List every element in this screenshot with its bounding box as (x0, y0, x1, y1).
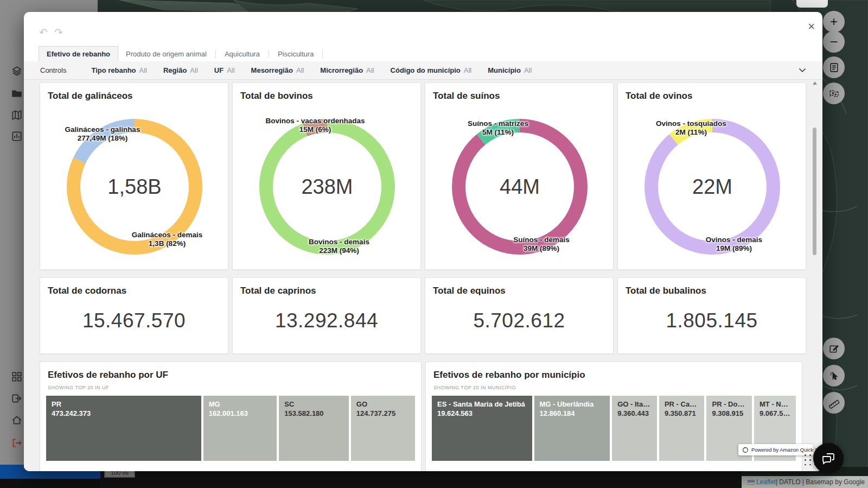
segment-label: Ovinos - tosquiados2M (11%) (631, 119, 751, 137)
bottom-band-left (0, 479, 100, 488)
ukraine-flag-icon (748, 480, 755, 485)
select-button[interactable] (823, 365, 845, 386)
segment-label: Ovinos - demais19M (89%) (685, 236, 783, 253)
donut-total: 238M (259, 119, 395, 255)
screen: + − 100 mi Leaflet | DATLO | Basemap by … (0, 0, 868, 488)
treemap-cell[interactable]: SC153.582.180 (279, 396, 349, 461)
tab-separator (269, 50, 269, 58)
filter-microrregiao[interactable]: MicrorregiãoAll (320, 66, 374, 74)
chart-title: Total de bovinos (233, 83, 420, 102)
attribution-text: | DATLO | Basemap by Google (776, 478, 865, 486)
treemap-title: Efetivos de rebanho por município (426, 362, 802, 381)
kpi-title: Total de codornas (40, 278, 228, 296)
export-icon[interactable] (11, 392, 23, 404)
segment-label: Galináceos - demais1,3B (82%) (118, 231, 216, 248)
treemap-subtitle: SHOWING TOP 20 IN MUNICÍPIO (426, 381, 802, 390)
donut-total: 44M (452, 119, 588, 255)
sidebar (0, 0, 26, 488)
donut-row: Total de galináceos 1,58B Galináceos - g… (40, 83, 807, 270)
kpi-title: Total de bubalinos (618, 278, 806, 296)
kpi-card-bubalinos: Total de bubalinos 1.805.145 (617, 277, 806, 354)
filter-uf[interactable]: UFAll (214, 66, 235, 74)
segment-label: Suínos - matrizes5M (11%) (438, 119, 558, 137)
redo-icon[interactable]: ↷ (54, 27, 63, 37)
kpi-value: 15.467.570 (40, 309, 228, 332)
chat-bubble-icon (821, 451, 836, 466)
chart-card-bovinos: Total de bovinos 238M Bovinos - vacas or… (232, 83, 421, 270)
kpi-card-caprinos: Total de caprinos 13.292.844 (232, 277, 421, 354)
scrollbar-thumb[interactable] (813, 128, 816, 255)
treemap-cells: PR473.242.373MG162.001.163SC153.582.180G… (46, 396, 415, 461)
undo-icon[interactable]: ↶ (39, 27, 48, 37)
kpi-value: 5.702.612 (425, 309, 613, 332)
scrollbar (812, 81, 816, 467)
kpi-row: Total de codornas 15.467.570 Total de ca… (40, 277, 807, 354)
chart-card-galinaceos: Total de galináceos 1,58B Galináceos - g… (40, 83, 228, 270)
dashboard-content: Total de galináceos 1,58B Galináceos - g… (24, 80, 822, 471)
filter-mesorregiao[interactable]: MesorregiãoAll (251, 66, 304, 74)
zoom-out-button[interactable]: − (823, 31, 845, 53)
kpi-value: 13.292.844 (233, 309, 420, 332)
chart-title: Total de suínos (425, 83, 613, 102)
close-icon[interactable]: × (808, 21, 815, 33)
kpi-title: Total de caprinos (233, 278, 420, 296)
chat-button[interactable] (813, 443, 844, 473)
kpi-value: 1.805.145 (618, 309, 806, 332)
chevron-down-icon[interactable] (799, 68, 806, 73)
measure-button[interactable] (823, 392, 845, 414)
grid-icon[interactable] (11, 371, 23, 383)
treemap-cell[interactable]: GO124.737.275 (351, 396, 415, 461)
controls-bar: Controls Tipo rebanhoAll RegiãoAll UFAll… (24, 61, 822, 80)
scroll-up-arrow[interactable] (813, 81, 817, 85)
draw-button[interactable] (823, 338, 845, 359)
tab-bar: Efetivo de rebanho Produto de origem ani… (24, 46, 822, 61)
filter-regiao[interactable]: RegiãoAll (163, 66, 198, 74)
map-icon[interactable] (11, 109, 23, 121)
filter-tipo-rebanho[interactable]: Tipo rebanhoAll (91, 66, 147, 74)
chart-icon[interactable] (11, 130, 23, 142)
layers-icon[interactable] (11, 65, 23, 77)
filter-municipio[interactable]: MunicípioAll (488, 66, 532, 74)
filter-codigo-municipio[interactable]: Código do municípioAll (391, 66, 472, 74)
treemap-cell[interactable]: ES - Santa Maria de Jetibá19.624.563 (432, 396, 532, 461)
tab-efetivo-de-rebanho[interactable]: Efetivo de rebanho (39, 46, 118, 61)
tab-aquicultura[interactable]: Aquicultura (217, 46, 267, 61)
tab-produto-de-origem-animal[interactable]: Produto de origem animal (118, 46, 214, 61)
segment-label: Bovinos - vacas ordenhadas15M (6%) (256, 117, 375, 134)
donut-total: 22M (644, 119, 780, 255)
tab-piscicultura[interactable]: Piscicultura (270, 46, 321, 61)
chart-title: Total de ovinos (618, 83, 806, 102)
legend-button[interactable] (823, 56, 845, 78)
treemap-row: Efetivos de rebanho por UF SHOWING TOP 2… (40, 362, 807, 471)
tab-separator (322, 50, 323, 58)
folder-icon[interactable] (11, 87, 23, 99)
treemap-cell[interactable]: PR - Casc...9.350.871 (659, 396, 705, 461)
segment-label: Suínos - demais39M (89%) (493, 236, 590, 253)
controls-label: Controls (40, 66, 66, 74)
treemap-card-uf: Efetivos de rebanho por UF SHOWING TOP 2… (40, 362, 422, 471)
basemap-button[interactable] (823, 83, 845, 104)
treemap-title: Efetivos de rebanho por UF (40, 362, 421, 381)
segment-label: Galináceos - galinhas277,49M (18%) (43, 125, 162, 143)
treemap-cell[interactable]: MG - Uberlândia12.860.184 (534, 396, 610, 461)
treemap-cell[interactable]: GO - Itab...9.360.443 (612, 396, 657, 461)
logout-icon[interactable] (11, 437, 23, 449)
map-attribution: Leaflet | DATLO | Basemap by Google (742, 476, 868, 488)
tab-separator (215, 50, 216, 58)
segment-label: Bovinos - demais223M (94%) (290, 238, 388, 255)
map-top-control[interactable] (796, 0, 828, 8)
quick-suite-logo-icon (742, 447, 749, 453)
kpi-card-codornas: Total de codornas 15.467.570 (40, 277, 228, 354)
treemap-cell[interactable]: PR473.242.373 (46, 396, 201, 461)
home-icon[interactable] (11, 414, 23, 426)
chart-title: Total de galináceos (40, 83, 228, 102)
zoom-in-button[interactable]: + (823, 11, 845, 33)
dashboard-modal: ↶ ↷ × Efetivo de rebanho Produto de orig… (24, 12, 822, 471)
chart-card-suinos: Total de suínos 44M Suínos - matrizes5M … (425, 83, 614, 270)
kpi-title: Total de equinos (425, 278, 613, 296)
chart-card-ovinos: Total de ovinos 22M Ovinos - tosquiados2… (617, 83, 806, 270)
kpi-card-equinos: Total de equinos 5.702.612 (425, 277, 614, 354)
treemap-cell[interactable]: MG162.001.163 (203, 396, 277, 461)
leaflet-link[interactable]: Leaflet (756, 478, 776, 486)
treemap-subtitle: SHOWING TOP 20 IN UF (40, 381, 421, 390)
